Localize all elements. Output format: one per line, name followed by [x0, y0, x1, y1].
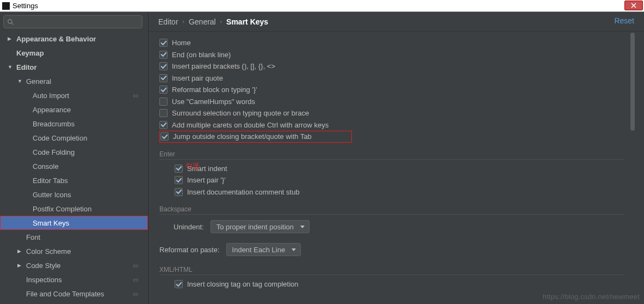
breadcrumb-seg[interactable]: Editor [158, 17, 178, 26]
breadcrumb-current: Smart Keys [226, 17, 268, 26]
reset-link[interactable]: Reset [614, 16, 634, 25]
chevron-right-icon: ▶ [17, 263, 23, 268]
svg-point-0 [8, 19, 12, 23]
search-icon [7, 19, 14, 26]
checkbox-icon[interactable] [159, 74, 168, 82]
sidebar-item-breadcrumbs[interactable]: Breadcrumbs [0, 117, 148, 131]
svg-line-1 [11, 23, 13, 25]
checkbox-paired-brackets[interactable]: Insert paired brackets (), [], {}, <> [159, 60, 636, 72]
checkbox-icon[interactable] [175, 280, 183, 288]
checkbox-icon[interactable] [159, 98, 168, 106]
checkbox-icon[interactable] [175, 188, 183, 196]
sidebar-item-console[interactable]: Console [0, 159, 148, 173]
scrollbar-thumb[interactable] [630, 33, 635, 131]
checkbox-icon[interactable] [159, 86, 168, 94]
project-badge-icon: ▭ [133, 92, 138, 99]
checkbox-insert-pair-brace[interactable]: Insert pair '}' [175, 174, 636, 186]
watermark: https://blog.csdn.net/newmeet [542, 293, 640, 301]
chevron-right-icon: › [183, 19, 184, 25]
breadcrumb-seg[interactable]: General [189, 17, 216, 26]
breadcrumb: Editor › General › Smart Keys [148, 12, 644, 32]
app-icon [2, 2, 10, 10]
main-panel: Editor › General › Smart Keys Reset Home… [148, 12, 644, 304]
sidebar-item-color-scheme[interactable]: ▶Color Scheme [0, 244, 148, 258]
sidebar-item-appearance-behavior[interactable]: ▶Appearance & Behavior [0, 32, 148, 46]
checkbox-insert-closing-tag[interactable]: Insert closing tag on tag completion [175, 278, 636, 290]
sidebar-item-editor[interactable]: ▼Editor [0, 60, 148, 74]
project-badge-icon: ▭ [133, 290, 138, 297]
content-area: Home End (on blank line) Insert paired b… [148, 32, 636, 304]
checkbox-icon[interactable] [160, 132, 169, 141]
checkbox-camelhumps[interactable]: Use "CamelHumps" words [159, 96, 636, 108]
reformat-paste-select[interactable]: Indent Each Line [226, 243, 301, 256]
window-title: Settings [13, 2, 38, 10]
sidebar-item-gutter-icons[interactable]: Gutter Icons [0, 187, 148, 202]
checkbox-multi-carets[interactable]: Add multiple carets on double Ctrl with … [159, 119, 636, 131]
checkbox-icon[interactable] [175, 176, 183, 184]
close-button[interactable] [624, 1, 643, 10]
reformat-paste-label: Reformat on paste: [159, 246, 220, 254]
sidebar: ▶Appearance & Behavior Keymap ▼Editor ▼G… [0, 12, 148, 304]
sidebar-item-file-code-templates[interactable]: File and Code Templates▭ [0, 287, 148, 301]
search-field[interactable] [16, 18, 139, 26]
checkbox-doc-stub[interactable]: Insert documentation comment stub [175, 186, 636, 198]
sidebar-item-code-folding[interactable]: Code Folding [0, 145, 148, 159]
title-bar: Settings [0, 0, 644, 12]
checkbox-home[interactable]: Home [159, 37, 636, 49]
close-icon [630, 3, 637, 8]
sidebar-item-font[interactable]: Font [0, 230, 148, 244]
checkbox-icon[interactable] [159, 121, 168, 129]
scrollbar[interactable] [630, 33, 635, 303]
project-badge-icon: ▭ [133, 262, 138, 269]
chevron-right-icon: ▶ [17, 248, 23, 254]
checkbox-pair-quote[interactable]: Insert pair quote [159, 72, 636, 84]
checkbox-icon[interactable] [159, 62, 168, 70]
chevron-down-icon: ▼ [8, 64, 13, 70]
checkbox-reformat-block[interactable]: Reformat block on typing '}' [159, 84, 636, 96]
checkbox-surround[interactable]: Surround selection on typing quote or br… [159, 107, 636, 119]
sidebar-item-smart-keys[interactable]: Smart Keys [0, 216, 148, 230]
sidebar-item-auto-import[interactable]: Auto Import▭ [0, 88, 148, 102]
checkbox-end[interactable]: End (on blank line) [159, 49, 636, 61]
sidebar-item-appearance-sub[interactable]: Appearance [0, 102, 148, 117]
checkbox-icon[interactable] [175, 165, 183, 173]
unindent-label: Unindent: [174, 223, 204, 231]
sidebar-item-code-completion[interactable]: Code Completion [0, 131, 148, 145]
sidebar-item-general[interactable]: ▼General [0, 74, 148, 88]
project-badge-icon: ▭ [133, 276, 138, 283]
checkbox-icon[interactable] [159, 39, 168, 47]
checkbox-smart-indent[interactable]: Smart indent [175, 163, 636, 175]
checkbox-icon[interactable] [159, 51, 168, 59]
checkbox-jump-outside[interactable]: Jump outside closing bracket/quote with … [159, 131, 352, 143]
unindent-select[interactable]: To proper indent position [210, 220, 309, 233]
group-xml-html: XML/HTML [159, 266, 624, 275]
chevron-right-icon: ▶ [8, 36, 13, 41]
sidebar-item-code-style[interactable]: ▶Code Style▭ [0, 258, 148, 272]
sidebar-item-postfix-completion[interactable]: Postfix Completion [0, 202, 148, 216]
search-input[interactable] [3, 15, 143, 28]
chevron-right-icon: › [220, 19, 222, 25]
sidebar-item-keymap[interactable]: Keymap [0, 46, 148, 60]
group-enter: Enter [159, 150, 624, 160]
checkbox-icon[interactable] [159, 109, 168, 117]
annotation-text: 勾选 [185, 161, 200, 171]
chevron-down-icon: ▼ [17, 78, 23, 84]
sidebar-item-inspections[interactable]: Inspections▭ [0, 272, 148, 287]
settings-tree: ▶Appearance & Behavior Keymap ▼Editor ▼G… [0, 32, 148, 304]
sidebar-item-editor-tabs[interactable]: Editor Tabs [0, 173, 148, 187]
group-backspace: Backspace [159, 205, 624, 215]
